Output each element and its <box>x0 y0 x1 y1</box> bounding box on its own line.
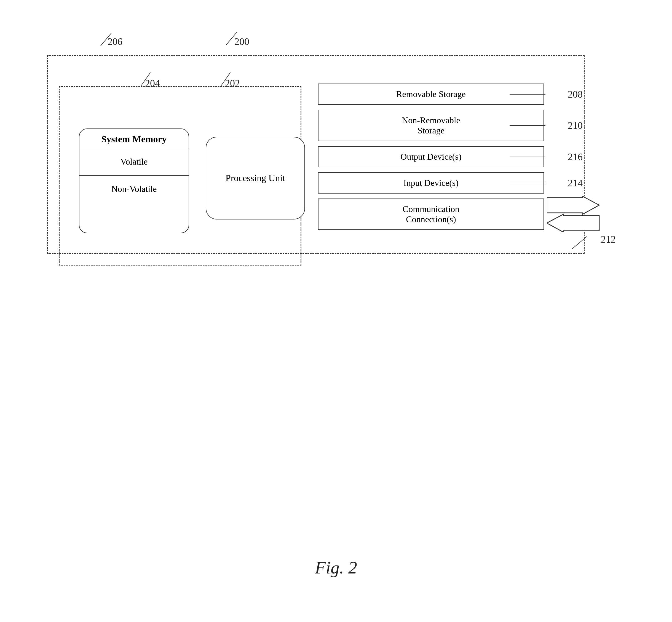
ref-208: 208 <box>568 89 583 100</box>
input-devices-container: Input Device(s) 214 <box>318 172 544 194</box>
outer-box-200: 204 System Memory Volatile Non-Volatile … <box>47 55 584 254</box>
ref-204: 204 <box>145 77 160 89</box>
diagram-container: 200 206 204 System Memory Volatile Non-V… <box>41 33 620 281</box>
non-removable-text: Non-Removable Storage <box>402 115 460 135</box>
svg-marker-1 <box>547 214 599 232</box>
inner-box-206: 204 System Memory Volatile Non-Volatile … <box>59 86 301 266</box>
slash-212 <box>572 236 587 249</box>
system-memory-box: System Memory Volatile Non-Volatile <box>79 129 189 233</box>
ref-212: 212 <box>601 234 616 245</box>
comm-text: Communication Connection(s) <box>403 204 460 224</box>
ref-214: 214 <box>568 177 583 189</box>
non-volatile-section: Non-Volatile <box>79 176 189 202</box>
line-210 <box>510 125 545 126</box>
removable-storage-container: Removable Storage 208 <box>318 83 544 105</box>
line-208 <box>510 94 545 95</box>
figure-label: Fig. 2 <box>315 557 357 578</box>
non-removable-storage-container: Non-Removable Storage 210 <box>318 110 544 141</box>
ref-210: 210 <box>568 120 583 131</box>
communication-arrows <box>547 196 602 232</box>
communication-container: Communication Connection(s) 212 <box>318 199 544 230</box>
line-216 <box>510 157 545 157</box>
right-column: Removable Storage 208 Non-Removable Stor… <box>318 83 544 230</box>
ref-206: 206 <box>107 36 123 47</box>
processing-unit-box: Processing Unit <box>206 137 305 219</box>
svg-marker-0 <box>547 196 599 214</box>
volatile-section: Volatile <box>79 148 189 176</box>
output-devices-container: Output Device(s) 216 <box>318 146 544 167</box>
system-memory-title: System Memory <box>79 129 189 148</box>
line-214 <box>510 183 545 183</box>
ref-200: 200 <box>234 36 249 47</box>
processing-unit-text: Processing Unit <box>226 172 285 184</box>
ref-216: 216 <box>568 151 583 163</box>
communication-box: Communication Connection(s) <box>318 199 544 230</box>
ref-202: 202 <box>225 77 240 89</box>
